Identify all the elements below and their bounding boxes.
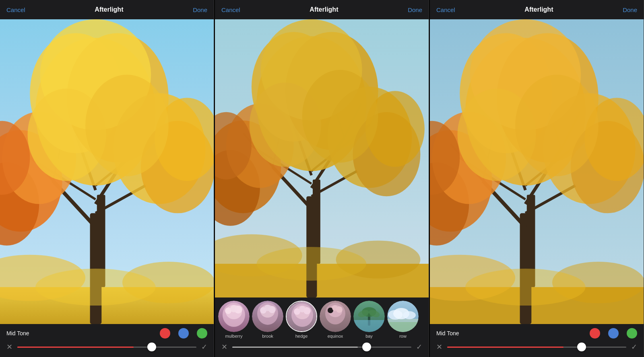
cancel-button-left[interactable]: Cancel <box>6 6 25 13</box>
svg-point-72 <box>264 305 271 311</box>
tone-row-right: Mid Tone <box>430 324 644 341</box>
green-dot-right[interactable] <box>627 328 637 339</box>
slider-thumb-right[interactable] <box>577 343 586 351</box>
filter-thumb-equinox <box>320 301 351 332</box>
tone-label-right: Mid Tone <box>436 330 582 336</box>
slider-cancel-icon-left[interactable]: ✕ <box>6 343 12 351</box>
slider-row-left: ✕ ✓ <box>0 341 214 357</box>
svg-point-66 <box>230 305 237 312</box>
red-dot-left[interactable] <box>160 328 170 339</box>
filter-mulberry[interactable]: mulberry <box>218 301 250 339</box>
filter-name-bay: bay <box>365 334 373 339</box>
filter-equinox[interactable]: equinox <box>320 301 351 339</box>
slider-row-center: ✕ ✓ <box>215 341 429 357</box>
bottom-controls-left: Mid Tone ✕ ✓ <box>0 324 214 357</box>
filter-name-equinox: equinox <box>328 334 343 339</box>
svg-point-26 <box>85 75 169 176</box>
filter-thumb-hedge <box>286 301 317 332</box>
filter-row[interactable]: row <box>387 301 419 339</box>
svg-point-57 <box>302 70 378 163</box>
filter-thumb-bay <box>353 301 385 332</box>
image-area-center <box>215 19 429 298</box>
bottom-controls-center: mulberry <box>215 298 429 357</box>
svg-point-124 <box>515 75 599 176</box>
slider-track-left[interactable] <box>17 347 196 348</box>
slider-cancel-icon-right[interactable]: ✕ <box>436 343 442 351</box>
svg-point-78 <box>299 306 305 312</box>
svg-rect-90 <box>353 320 385 332</box>
image-area-right <box>430 19 644 324</box>
filter-name-mulberry: mulberry <box>225 334 243 339</box>
filter-thumb-row <box>387 301 419 332</box>
slider-confirm-icon-left[interactable]: ✓ <box>201 343 207 351</box>
done-button-center[interactable]: Done <box>408 6 422 13</box>
filter-thumb-brook <box>252 301 283 332</box>
header-right: Cancel Afterlight Done <box>430 0 644 19</box>
bottom-controls-right: Mid Tone ✕ ✓ <box>430 324 644 357</box>
filter-hedge[interactable]: hedge <box>286 301 317 339</box>
slider-fill-left <box>17 347 134 348</box>
filter-name-brook: brook <box>262 334 273 339</box>
svg-point-127 <box>465 269 586 306</box>
blue-dot-right[interactable] <box>608 328 619 339</box>
slider-track-right[interactable] <box>447 347 626 348</box>
cancel-button-center[interactable]: Cancel <box>221 6 240 13</box>
title-left: Afterlight <box>95 6 123 13</box>
header-center: Cancel Afterlight Done <box>215 0 429 19</box>
svg-point-60 <box>257 247 367 281</box>
title-right: Afterlight <box>524 6 553 13</box>
header-left: Cancel Afterlight Done <box>0 0 214 19</box>
done-button-left[interactable]: Done <box>193 6 207 13</box>
slider-fill-center <box>232 347 358 348</box>
cancel-button-right[interactable]: Cancel <box>436 6 455 13</box>
blue-dot-left[interactable] <box>178 328 189 339</box>
tone-label-left: Mid Tone <box>6 330 152 336</box>
filter-name-row: row <box>399 334 407 339</box>
svg-point-29 <box>35 269 156 306</box>
slider-fill-right <box>447 347 564 348</box>
slider-thumb-center[interactable] <box>362 343 371 351</box>
filter-thumb-mulberry <box>218 301 250 332</box>
filter-bay[interactable]: bay <box>353 301 385 339</box>
slider-cancel-icon-center[interactable]: ✕ <box>221 343 227 351</box>
slider-thumb-left[interactable] <box>147 343 156 351</box>
title-center: Afterlight <box>310 6 338 13</box>
filter-name-hedge: hedge <box>295 334 308 339</box>
panel-center: Cancel Afterlight Done <box>215 0 429 357</box>
slider-confirm-icon-center[interactable]: ✓ <box>416 343 422 351</box>
filter-carousel: mulberry <box>215 298 429 341</box>
image-area-left <box>0 19 214 324</box>
slider-row-right: ✕ ✓ <box>430 341 644 357</box>
svg-point-84 <box>332 305 338 311</box>
red-dot-right[interactable] <box>590 328 600 339</box>
filter-brook[interactable]: brook <box>252 301 283 339</box>
tone-row-left: Mid Tone <box>0 324 214 341</box>
panel-right: Cancel Afterlight Done <box>430 0 644 357</box>
slider-confirm-icon-right[interactable]: ✓ <box>631 343 637 351</box>
slider-track-center[interactable] <box>232 347 411 348</box>
panel-left: Cancel Afterlight Done <box>0 0 214 357</box>
svg-rect-96 <box>387 322 419 332</box>
svg-point-95 <box>403 311 416 319</box>
green-dot-left[interactable] <box>197 328 207 339</box>
done-button-right[interactable]: Done <box>623 6 637 13</box>
